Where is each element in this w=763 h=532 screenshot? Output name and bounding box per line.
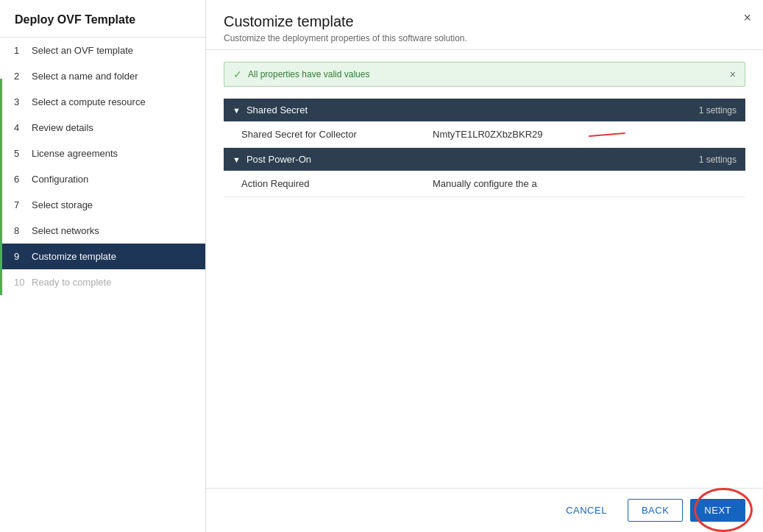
- check-icon: ✓: [233, 68, 242, 80]
- step-label-6: Configuration: [32, 174, 88, 185]
- step-num-7: 7: [14, 199, 26, 210]
- step-num-2: 2: [14, 71, 26, 82]
- next-button[interactable]: NEXT: [690, 499, 745, 522]
- main-header: Customize template Customize the deploym…: [206, 0, 763, 50]
- step-num-6: 6: [14, 174, 26, 185]
- main-footer: CANCEL BACK NEXT: [206, 488, 763, 532]
- row-input-post-power-on-0[interactable]: [433, 178, 580, 189]
- sidebar-steps: 1Select an OVF template2Select a name an…: [0, 38, 205, 295]
- sidebar-item-7[interactable]: 7Select storage: [0, 192, 205, 218]
- step-num-3: 3: [14, 96, 26, 107]
- close-button[interactable]: ×: [743, 10, 751, 26]
- alert-text: All properties have valid values: [248, 69, 369, 79]
- step-num-4: 4: [14, 122, 26, 133]
- alert-bar: ✓ All properties have valid values ×: [224, 62, 745, 87]
- row-input-shared-secret-0[interactable]: [433, 129, 580, 140]
- sidebar-item-8[interactable]: 8Select networks: [0, 218, 205, 244]
- section-count-post-power-on: 1 settings: [699, 155, 737, 165]
- alert-close-icon[interactable]: ×: [730, 68, 736, 80]
- step-label-5: License agreements: [32, 148, 118, 159]
- step-label-10: Ready to complete: [32, 277, 111, 288]
- sidebar-item-2[interactable]: 2Select a name and folder: [0, 63, 205, 89]
- section-header-post-power-on[interactable]: ▼ Post Power-On 1 settings: [224, 148, 745, 171]
- back-button[interactable]: BACK: [628, 499, 683, 522]
- sections-container: ▼ Shared Secret 1 settings Shared Secret…: [224, 99, 745, 197]
- section-title-shared-secret: Shared Secret: [246, 104, 308, 116]
- sidebar-item-1[interactable]: 1Select an OVF template: [0, 38, 205, 63]
- row-label-shared-secret-0: Shared Secret for Collector: [241, 129, 433, 140]
- modal-container: Deploy OVF Template 1Select an OVF templ…: [0, 0, 763, 532]
- step-label-7: Select storage: [32, 199, 93, 210]
- sidebar-progress-indicator: [0, 79, 2, 295]
- main-body: ✓ All properties have valid values × ▼ S…: [206, 50, 763, 488]
- section-row-post-power-on-0: Action Required: [224, 171, 745, 197]
- step-label-1: Select an OVF template: [32, 45, 133, 56]
- section-count-shared-secret: 1 settings: [699, 105, 737, 116]
- sidebar-nav: 1Select an OVF template2Select a name an…: [0, 38, 205, 295]
- chevron-icon-shared-secret: ▼: [233, 106, 241, 115]
- sidebar-item-5[interactable]: 5License agreements: [0, 141, 205, 166]
- step-label-9: Customize template: [32, 251, 116, 262]
- step-num-1: 1: [14, 45, 26, 56]
- row-label-post-power-on-0: Action Required: [241, 178, 433, 189]
- section-title-post-power-on: Post Power-On: [246, 154, 311, 165]
- red-underline-decoration: [589, 132, 625, 136]
- row-value-post-power-on-0: [433, 178, 737, 189]
- chevron-icon-post-power-on: ▼: [233, 155, 241, 164]
- section-row-shared-secret-0: Shared Secret for Collector: [224, 121, 745, 148]
- step-num-9: 9: [14, 251, 26, 262]
- step-label-4: Review details: [32, 122, 93, 133]
- row-value-shared-secret-0: [433, 129, 737, 140]
- next-button-wrapper: NEXT: [690, 499, 745, 522]
- sidebar-item-10: 10Ready to complete: [0, 269, 205, 295]
- step-label-3: Select a compute resource: [32, 96, 146, 107]
- main-content: × Customize template Customize the deplo…: [206, 0, 763, 532]
- sidebar: Deploy OVF Template 1Select an OVF templ…: [0, 0, 206, 532]
- step-num-10: 10: [14, 277, 26, 288]
- sidebar-item-6[interactable]: 6Configuration: [0, 166, 205, 192]
- step-label-2: Select a name and folder: [32, 71, 138, 82]
- sidebar-item-3[interactable]: 3Select a compute resource: [0, 89, 205, 115]
- page-subtitle: Customize the deployment properties of t…: [224, 33, 745, 43]
- cancel-button[interactable]: CANCEL: [553, 500, 620, 521]
- step-label-8: Select networks: [32, 225, 99, 236]
- step-num-8: 8: [14, 225, 26, 236]
- step-num-5: 5: [14, 148, 26, 159]
- sidebar-item-4[interactable]: 4Review details: [0, 115, 205, 141]
- sidebar-item-9[interactable]: 9Customize template: [0, 244, 205, 269]
- sidebar-title: Deploy OVF Template: [0, 0, 205, 38]
- section-header-shared-secret[interactable]: ▼ Shared Secret 1 settings: [224, 99, 745, 121]
- page-title: Customize template: [224, 13, 745, 30]
